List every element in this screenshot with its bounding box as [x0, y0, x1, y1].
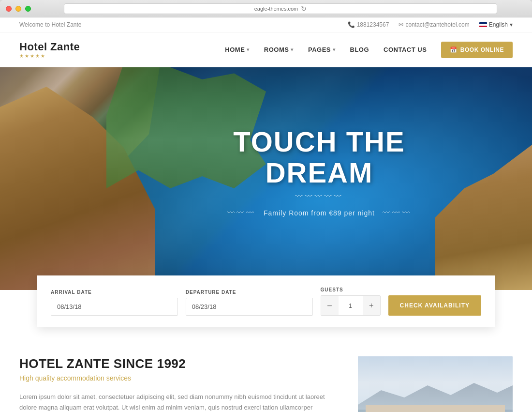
arrival-date-field: ARRIVAL DATE — [51, 290, 178, 316]
hero-wave-1: 〰〰〰〰〰 — [186, 192, 452, 201]
header: Hotel Zante ★★★★★ HOME ▾ ROOMS ▾ PAGES ▾… — [0, 32, 532, 67]
guests-increment-button[interactable]: + — [363, 296, 380, 315]
content-right — [358, 356, 513, 412]
image-terrace — [366, 405, 505, 412]
guests-label: GUESTS — [321, 287, 381, 292]
browser-window: eagle-themes.com ↻ Welcome to Hotel Zant… — [0, 0, 532, 412]
arrival-date-label: ARRIVAL DATE — [51, 290, 178, 295]
website: Welcome to Hotel Zante 📞 1881234567 ✉ co… — [0, 17, 532, 412]
hero-subtitle: Family Room from €89 per night — [264, 209, 375, 217]
nav-contact[interactable]: CONTACT US — [384, 46, 427, 53]
departure-date-input[interactable] — [186, 298, 313, 316]
chevron-down-icon: ▾ — [247, 47, 250, 52]
departure-date-field: DEPARTURE DATE — [186, 290, 313, 316]
check-availability-button[interactable]: CHECK AVAILABILITY — [388, 295, 481, 316]
refresh-icon[interactable]: ↻ — [301, 5, 307, 13]
phone-info: 📞 1881234567 — [348, 21, 389, 28]
main-nav: HOME ▾ ROOMS ▾ PAGES ▾ BLOG CONTACT US — [225, 42, 513, 58]
logo-stars: ★★★★★ — [19, 53, 80, 59]
chevron-down-icon: ▾ — [291, 47, 294, 52]
close-button[interactable] — [6, 6, 12, 12]
url-text: eagle-themes.com — [254, 6, 298, 12]
departure-date-label: DEPARTURE DATE — [186, 290, 313, 295]
guests-control: – + — [321, 295, 381, 316]
content-left: HOTEL ZANTE SINCE 1992 High quality acco… — [19, 356, 334, 412]
nav-pages[interactable]: PAGES ▾ — [308, 46, 336, 53]
nav-rooms[interactable]: ROOMS ▾ — [264, 46, 294, 53]
section-subtitle: High quality accommodation services — [19, 374, 334, 382]
hero-wave-left: 〰〰〰 — [227, 209, 256, 217]
top-bar-right: 📞 1881234567 ✉ contact@zantehotel.com En… — [348, 21, 513, 28]
guests-field: GUESTS – + — [321, 287, 381, 316]
booking-bar: ARRIVAL DATE DEPARTURE DATE GUESTS – + — [37, 275, 495, 327]
hero-wave-right: 〰〰〰 — [383, 209, 412, 217]
top-bar: Welcome to Hotel Zante 📞 1881234567 ✉ co… — [0, 17, 532, 32]
logo-name: Hotel Zante — [19, 41, 80, 53]
language-selector[interactable]: English ▾ — [479, 21, 513, 28]
browser-titlebar: eagle-themes.com ↻ — [0, 0, 532, 17]
nav-home[interactable]: HOME ▾ — [225, 46, 250, 53]
section-title: HOTEL ZANTE SINCE 1992 — [19, 356, 334, 371]
chevron-down-icon: ▾ — [333, 47, 336, 52]
hero-title: TOUCH THE DREAM — [186, 126, 452, 188]
content-section: HOTEL ZANTE SINCE 1992 High quality acco… — [0, 327, 532, 412]
book-online-button[interactable]: 📅 BOOK ONLINE — [441, 42, 513, 58]
logo[interactable]: Hotel Zante ★★★★★ — [19, 41, 80, 59]
maximize-button[interactable] — [25, 6, 31, 12]
nav-blog[interactable]: BLOG — [350, 46, 369, 53]
calendar-icon: 📅 — [450, 46, 458, 53]
address-bar[interactable]: eagle-themes.com ↻ — [64, 3, 497, 14]
flag-icon — [479, 22, 487, 27]
email-info: ✉ contact@zantehotel.com — [399, 21, 469, 28]
hero-content: TOUCH THE DREAM 〰〰〰〰〰 〰〰〰 Family Room fr… — [186, 126, 452, 221]
section-text-1: Lorem ipsum dolor sit amet, consectetuer… — [19, 392, 334, 412]
hotel-image — [358, 356, 513, 412]
email-icon: ✉ — [399, 21, 403, 28]
arrival-date-input[interactable] — [51, 298, 178, 316]
guests-count-input[interactable] — [339, 297, 363, 314]
guests-decrement-button[interactable]: – — [321, 296, 339, 315]
hero-section: TOUCH THE DREAM 〰〰〰〰〰 〰〰〰 Family Room fr… — [0, 67, 532, 290]
phone-icon: 📞 — [348, 21, 355, 28]
minimize-button[interactable] — [15, 6, 21, 12]
top-bar-welcome: Welcome to Hotel Zante — [19, 21, 82, 28]
